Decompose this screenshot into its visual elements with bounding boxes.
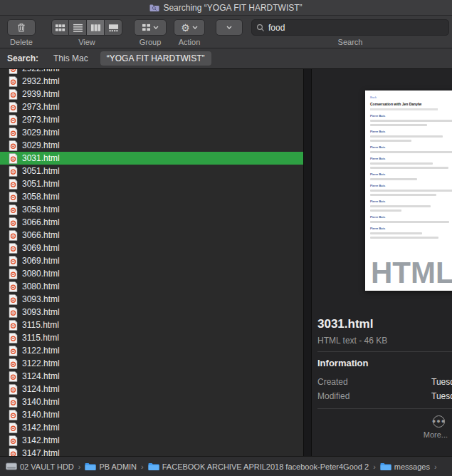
- html-file-icon: [9, 102, 18, 113]
- file-row[interactable]: 3140.html: [0, 408, 303, 421]
- html-file-icon: [9, 256, 18, 267]
- list-view-button[interactable]: [69, 19, 87, 36]
- file-row[interactable]: 3051.html: [0, 165, 303, 177]
- delete-button[interactable]: [7, 19, 36, 36]
- file-row[interactable]: 3147.html: [0, 447, 303, 456]
- thumb-sender: Pierre Bois: [370, 215, 452, 219]
- file-row[interactable]: 3029.html: [0, 126, 303, 139]
- file-name: 3122.html: [22, 346, 60, 356]
- file-row[interactable]: 3058.html: [0, 203, 303, 216]
- icon-view-button[interactable]: [51, 19, 69, 36]
- html-file-icon: [9, 192, 18, 202]
- divider: [317, 408, 452, 409]
- html-file-icon: [9, 346, 18, 356]
- file-name: 3140.html: [22, 397, 60, 407]
- file-row[interactable]: 3093.html: [0, 293, 303, 306]
- file-name: 3080.html: [22, 269, 60, 279]
- file-row[interactable]: 3080.html: [0, 280, 303, 293]
- path-item-3[interactable]: messages: [380, 462, 430, 471]
- file-row[interactable]: 3051.html: [0, 177, 303, 190]
- path-separator-icon: ›: [78, 462, 82, 471]
- file-row[interactable]: 2922.html: [0, 69, 303, 75]
- html-file-icon: [9, 230, 18, 241]
- path-item-2[interactable]: FACEBOOK ARCHIVE APRIL2018 facebook-Pete…: [148, 462, 369, 471]
- file-row[interactable]: 3058.html: [0, 190, 303, 203]
- file-row[interactable]: 3115.html: [0, 331, 303, 344]
- file-row[interactable]: 3066.html: [0, 216, 303, 229]
- file-row[interactable]: 3080.html: [0, 267, 303, 280]
- thumb-sender: Pierre Bois: [370, 184, 452, 187]
- html-file-icon: [9, 153, 18, 164]
- html-file-icon: [9, 243, 18, 254]
- information-header: Information: [317, 358, 369, 368]
- file-list: 2922.html2932.html2939.html2973.html2973…: [0, 69, 303, 456]
- scrollbar-track[interactable]: [303, 69, 312, 456]
- preview-file-kind: HTML text - 46 KB: [317, 336, 387, 346]
- file-row[interactable]: 3122.html: [0, 344, 303, 357]
- path-item-1[interactable]: PB ADMIN: [85, 462, 137, 471]
- html-file-icon: [9, 435, 18, 446]
- group-label: Group: [140, 38, 162, 46]
- file-row[interactable]: 3115.html: [0, 319, 303, 331]
- action-button[interactable]: ⚙: [174, 19, 205, 36]
- file-row[interactable]: 3029.html: [0, 139, 303, 152]
- file-name: 3093.html: [22, 307, 60, 317]
- thumb-text-line: [370, 194, 436, 196]
- file-name: 3029.html: [22, 140, 60, 150]
- file-row[interactable]: 3124.html: [0, 370, 303, 383]
- file-row[interactable]: 2973.html: [0, 100, 303, 113]
- file-row[interactable]: 3069.html: [0, 242, 303, 254]
- gallery-view-button[interactable]: [105, 19, 122, 36]
- thumb-text-line: [370, 140, 411, 142]
- column-view-icon: [90, 24, 101, 32]
- html-file-icon: [9, 217, 18, 228]
- view-segmented-control: [51, 19, 122, 36]
- path-separator-icon: ›: [372, 462, 377, 471]
- file-list-inner: 2922.html2932.html2939.html2973.html2973…: [0, 69, 303, 456]
- thumb-sender: Pierre Bois: [370, 145, 452, 149]
- path-item-0[interactable]: 02 VAULT HDD: [6, 462, 74, 471]
- folder-icon: [85, 462, 96, 471]
- thumb-sender: Pierre Bois: [370, 172, 452, 176]
- search-field[interactable]: [251, 19, 449, 36]
- file-row[interactable]: 2932.html: [0, 75, 303, 88]
- group-icon: [142, 24, 151, 31]
- scope-saved-search[interactable]: “YOGA FIT HARDTWIST”: [100, 51, 211, 66]
- html-file-icon: [9, 205, 18, 215]
- html-file-icon: [9, 89, 18, 100]
- file-row[interactable]: 2939.html: [0, 88, 303, 100]
- chevron-down-icon: [226, 26, 232, 29]
- finder-window: Searching “YOGA FIT HARDTWIST” Delete: [0, 0, 452, 476]
- file-row[interactable]: 3066.html: [0, 229, 303, 242]
- file-name: 3066.html: [22, 217, 60, 227]
- thumb-text-line: [370, 190, 452, 192]
- dropdown-button[interactable]: [216, 19, 243, 36]
- column-view-button[interactable]: [87, 19, 105, 36]
- more-button[interactable]: More...: [424, 430, 448, 439]
- file-name: 3124.html: [22, 384, 60, 394]
- file-row[interactable]: 3031.html: [0, 152, 303, 165]
- group-button[interactable]: [134, 19, 167, 36]
- file-row[interactable]: 3122.html: [0, 357, 303, 370]
- file-name: 3051.html: [22, 179, 60, 189]
- thumb-text-line: [370, 135, 443, 138]
- file-row[interactable]: 3124.html: [0, 383, 303, 395]
- more-options-icon[interactable]: ●●●: [433, 415, 445, 428]
- html-file-icon: [9, 371, 18, 382]
- html-file-icon: [9, 397, 18, 408]
- scope-this-mac[interactable]: This Mac: [47, 51, 95, 66]
- file-name: 3122.html: [22, 358, 60, 368]
- thumb-text-line: [370, 178, 417, 180]
- file-row[interactable]: 3140.html: [0, 395, 303, 408]
- folder-icon: [380, 462, 391, 471]
- file-row[interactable]: 3142.html: [0, 434, 303, 447]
- file-name: 2973.html: [22, 102, 60, 112]
- path-separator-icon: ›: [140, 462, 144, 471]
- html-file-icon: [9, 307, 18, 318]
- search-input[interactable]: [268, 23, 444, 33]
- file-row[interactable]: 3142.html: [0, 421, 303, 434]
- file-row[interactable]: 2973.html: [0, 113, 303, 126]
- file-row[interactable]: 3093.html: [0, 306, 303, 319]
- file-row[interactable]: 3069.html: [0, 254, 303, 267]
- gear-icon: ⚙: [181, 23, 190, 33]
